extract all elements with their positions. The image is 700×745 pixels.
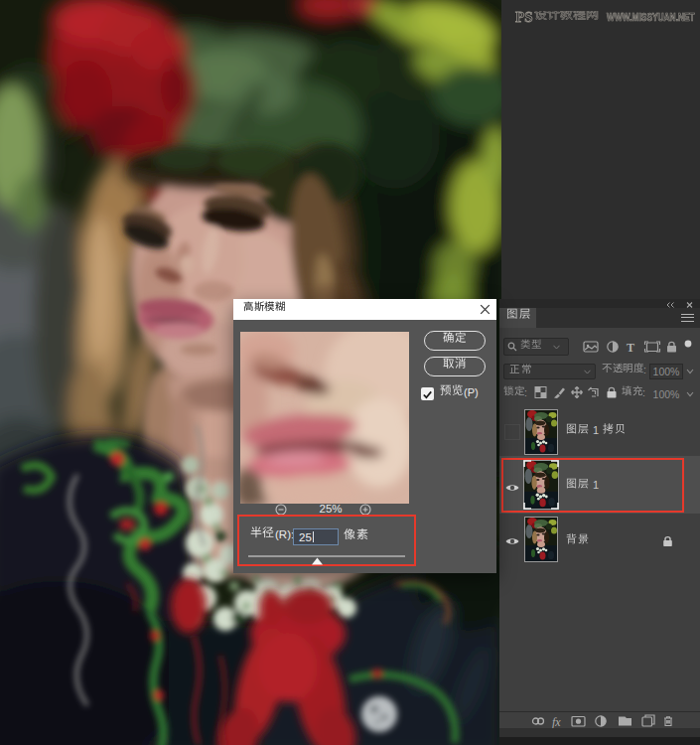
svg-text:fx: fx xyxy=(552,715,561,729)
svg-text:T: T xyxy=(627,341,634,355)
